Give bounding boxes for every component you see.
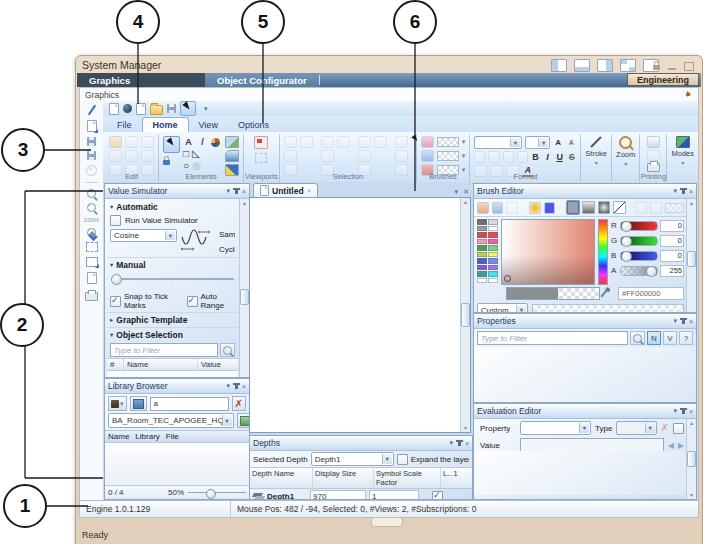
paste-icon[interactable]	[109, 136, 122, 148]
font-size-select[interactable]: ▾	[525, 136, 550, 149]
evaluation-checkbox[interactable]	[673, 423, 684, 434]
scrollbar-vertical[interactable]: ▲▼	[460, 198, 470, 432]
select-tool-button[interactable]	[163, 136, 180, 153]
align-text-justify-icon[interactable]	[517, 151, 528, 163]
blue-value[interactable]: 0	[660, 250, 684, 262]
evaluation-editor-header[interactable]: Evaluation Editor ▾×	[474, 404, 696, 419]
qat-template-icon[interactable]	[136, 103, 146, 115]
import-library-button[interactable]: ▾	[108, 396, 127, 411]
palette-swatch[interactable]	[477, 226, 487, 232]
search-button[interactable]	[220, 343, 235, 357]
chevron-down-icon[interactable]: ▾	[226, 382, 230, 390]
depths-row[interactable]: Depth1 970 1	[250, 489, 472, 500]
tab-graphics[interactable]: Graphics	[77, 73, 205, 87]
font-grow-icon[interactable]: A	[553, 138, 563, 147]
palette-swatch[interactable]	[477, 245, 487, 251]
duplicate-icon[interactable]	[109, 150, 122, 162]
save-icon[interactable]	[87, 137, 96, 146]
close-icon[interactable]: ×	[689, 188, 693, 195]
palette-swatch[interactable]	[488, 239, 498, 245]
align-text-center-icon[interactable]	[488, 151, 499, 163]
close-icon[interactable]: ×	[465, 440, 469, 447]
scrollbar-vertical[interactable]: ▲▼	[239, 199, 249, 378]
snap-checkbox[interactable]	[110, 296, 121, 307]
send-back-icon[interactable]	[374, 136, 387, 148]
manual-value-slider[interactable]	[111, 274, 234, 284]
pin-icon[interactable]	[458, 440, 461, 446]
zoom-out-icon[interactable]: -	[87, 203, 96, 212]
pattern-icon[interactable]	[665, 203, 685, 213]
library-select[interactable]: BA_Room_TEC_APOGEE_HQ_1▾	[108, 413, 234, 428]
viewport-select-icon[interactable]	[255, 153, 267, 163]
undo-icon[interactable]	[141, 150, 154, 162]
group-icon[interactable]	[284, 136, 297, 148]
palette-swatch[interactable]	[477, 265, 487, 271]
slider-thumb[interactable]	[621, 251, 632, 262]
color-tool-icon[interactable]	[211, 138, 220, 147]
column-num[interactable]: #	[107, 359, 124, 370]
run-value-simulator-checkbox[interactable]	[110, 215, 121, 226]
layer1-checkbox[interactable]	[432, 491, 443, 500]
properties-header[interactable]: Properties ▾×	[474, 314, 696, 329]
symbol-scale-input[interactable]: 1	[369, 490, 419, 500]
copy-brush-icon[interactable]	[635, 202, 647, 214]
filter-help-button[interactable]: ?	[679, 331, 693, 345]
section-manual[interactable]: ▾Manual	[107, 257, 238, 272]
rectangle-tool-icon[interactable]: □	[183, 149, 189, 159]
expand-layers-checkbox[interactable]	[397, 454, 408, 465]
triangle-tool-icon[interactable]: ◺	[192, 149, 200, 159]
solid-brush-style[interactable]	[567, 201, 580, 214]
new-document-icon[interactable]	[87, 120, 97, 132]
ungroup-icon[interactable]	[300, 136, 313, 148]
chevron-down-icon[interactable]: ▾	[673, 187, 677, 195]
align-left-icon[interactable]	[284, 150, 297, 162]
tab-list-icon[interactable]: ▾	[455, 188, 459, 196]
stroke-button[interactable]: Stroke ▾	[581, 134, 612, 182]
qat-open-icon[interactable]	[150, 105, 163, 115]
hex-color-input[interactable]: #FF000000	[618, 287, 684, 300]
section-object-selection[interactable]: ▾Object Selection	[107, 327, 238, 342]
zoom-level-label[interactable]: 100%	[84, 217, 99, 223]
wave-type-select[interactable]: Cosine▾	[110, 229, 177, 242]
brush-editor-header[interactable]: Brush Editor ▾×	[474, 184, 696, 199]
scrollbar-vertical[interactable]: ▲▼	[686, 199, 696, 313]
window-grip[interactable]	[371, 517, 403, 527]
layout-quad-icon[interactable]	[620, 59, 636, 72]
drawing-canvas[interactable]: ▲▼	[249, 197, 471, 433]
close-icon[interactable]: ×	[689, 318, 693, 325]
engineering-button[interactable]: Engineering	[627, 73, 699, 86]
radial-gradient-style[interactable]	[598, 201, 611, 214]
auto-range-checkbox[interactable]	[187, 296, 198, 307]
fill-brush-dropdown-icon[interactable]: ▾	[462, 138, 466, 146]
print-preview-icon[interactable]	[647, 150, 660, 162]
column-value[interactable]: Value	[198, 359, 238, 370]
filter-name-button[interactable]: N	[647, 331, 661, 345]
zoom-options-icon[interactable]	[87, 228, 96, 237]
red-slider[interactable]	[620, 221, 658, 231]
layout-left-icon[interactable]	[551, 59, 567, 72]
align-text-right-icon[interactable]	[503, 151, 514, 163]
column-depth-name[interactable]: Depth Name	[250, 468, 313, 488]
palette-swatch[interactable]	[477, 278, 487, 284]
palette-swatch[interactable]	[488, 252, 498, 258]
pin-icon[interactable]	[235, 188, 238, 194]
palette-swatch[interactable]	[477, 239, 487, 245]
close-icon[interactable]: ×	[242, 383, 246, 390]
polygon-tool-icon[interactable]	[192, 162, 201, 171]
pin-icon[interactable]	[235, 383, 238, 389]
line-tool-icon[interactable]: /	[197, 137, 208, 147]
resize-icon[interactable]	[321, 136, 334, 148]
value-input[interactable]	[520, 438, 664, 452]
chevron-down-icon[interactable]: ▾	[226, 187, 230, 195]
pin-icon[interactable]	[682, 318, 685, 324]
chevron-down-icon[interactable]: ▾	[673, 407, 677, 415]
qat-save-icon[interactable]	[167, 104, 176, 113]
restore-button[interactable]	[684, 62, 694, 71]
scrollbar-vertical[interactable]: ▲▼	[686, 419, 696, 499]
column-layer1[interactable]: L...1	[441, 468, 472, 488]
breadcrumb-label[interactable]: Graphics	[85, 90, 119, 100]
qat-globe-icon[interactable]	[123, 104, 132, 113]
chevron-down-icon[interactable]: ▾	[449, 439, 453, 447]
palette-swatch[interactable]	[488, 278, 498, 284]
palette-swatch[interactable]	[488, 245, 498, 251]
